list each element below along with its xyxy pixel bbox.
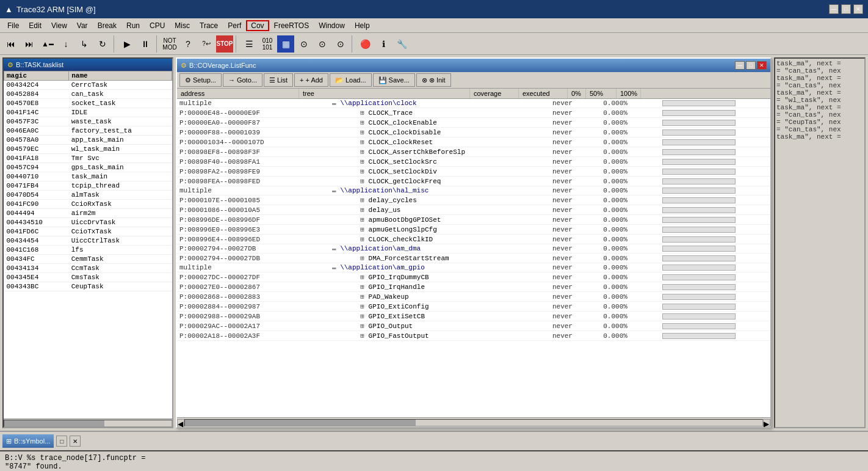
list-button[interactable]: ☰ List: [264, 73, 293, 87]
coverage-close-btn[interactable]: ✕: [757, 61, 767, 70]
menu-perf[interactable]: Perf: [223, 20, 246, 31]
plus-expand-icon[interactable]: ⊞: [360, 129, 368, 136]
plus-expand-icon[interactable]: ⊞: [360, 109, 368, 117]
cov-row[interactable]: P:00002988--000029AB ⊞ GPIO_ExtiSetCB ne…: [177, 312, 770, 321]
task-row[interactable]: 004434510UiccDrvTask: [4, 218, 172, 227]
task-hscrollbar[interactable]: [4, 418, 172, 427]
tb-play[interactable]: ▶: [118, 35, 136, 53]
cov-row[interactable]: P:00002794--000027DB ⊞ DMA_ForceStartStr…: [177, 254, 770, 263]
menu-var[interactable]: Var: [72, 20, 93, 31]
cov-row[interactable]: P:008996E4--008996ED ⊞ CLOCK_checkClkID …: [177, 235, 770, 244]
coverage-minimize-btn[interactable]: —: [735, 61, 745, 70]
task-row[interactable]: 004570E8socket_task: [4, 99, 172, 108]
cov-row[interactable]: P:000027DC--000027DF ⊞ GPIO_IrqDummyCB n…: [177, 272, 770, 282]
task-row[interactable]: 0041FC90CcioRxTask: [4, 200, 172, 209]
cov-row[interactable]: P:0000107E--00001085 ⊞ delay_cycles neve…: [177, 195, 770, 205]
coverage-restore-btn[interactable]: □: [746, 61, 756, 70]
task-scrollbar-thumb[interactable]: [4, 420, 104, 426]
cov-row[interactable]: P:000001034--0000107D ⊞ CLOCK_clockReset…: [177, 137, 770, 147]
tree-expand-icon[interactable]: ▬: [332, 245, 340, 252]
cov-row[interactable]: multiple ▬ \\application\am_gpio never 0…: [177, 263, 770, 272]
task-scrollbar-track[interactable]: [4, 420, 172, 427]
task-row[interactable]: 004578A0app_task_main: [4, 136, 172, 145]
task-row[interactable]: 00434454UiccCtrlTask: [4, 236, 172, 246]
cov-row[interactable]: P:008996DE--008996DF ⊞ apmuBootDbgGPIOSe…: [177, 215, 770, 225]
task-row[interactable]: 0041C168lfs: [4, 246, 172, 255]
task-row[interactable]: 00452884can_task: [4, 90, 172, 99]
plus-expand-icon[interactable]: ⊞: [360, 158, 368, 166]
cov-row[interactable]: P:00000E48--00000E9F ⊞ CLOCK_Trace never…: [177, 108, 770, 118]
task-row[interactable]: 00457C94gps_task_main: [4, 163, 172, 172]
cov-row[interactable]: multiple ▬ \\application\hal_misc never …: [177, 186, 770, 195]
tb-trace1[interactable]: ⊙: [295, 35, 313, 53]
menu-file[interactable]: File: [2, 20, 24, 31]
plus-expand-icon[interactable]: ⊞: [360, 255, 368, 262]
task-panel-content[interactable]: magic name 004342C4CerrcTask00452884can_…: [4, 71, 172, 418]
plus-expand-icon[interactable]: ⊞: [360, 313, 368, 320]
cov-row[interactable]: P:00898FA2--00898FE9 ⊞ CLOCK_setClockDiv…: [177, 167, 770, 177]
coverage-hscrollbar[interactable]: ◀ ▶: [177, 417, 770, 427]
symbol-close-btn[interactable]: ✕: [70, 436, 81, 447]
tree-expand-icon[interactable]: ▬: [332, 264, 340, 271]
menu-window[interactable]: Window: [314, 20, 350, 31]
plus-expand-icon[interactable]: ⊞: [360, 139, 368, 146]
cov-row[interactable]: P:00898EF8--00898F3F ⊞ CLOCK_AssertChkBe…: [177, 147, 770, 157]
cov-row[interactable]: P:00002884--00002987 ⊞ GPIO_ExtiConfig n…: [177, 302, 770, 312]
hscroll-thumb[interactable]: [185, 420, 416, 426]
cov-row[interactable]: P:00002794--00027DB ▬ \\application\am_d…: [177, 244, 770, 254]
plus-expand-icon[interactable]: ⊞: [360, 178, 368, 185]
plus-expand-icon[interactable]: ⊞: [360, 293, 368, 301]
plus-expand-icon[interactable]: ⊞: [360, 119, 368, 126]
coverage-table-wrapper[interactable]: multiple ▬ \\application\clock never 0.0…: [177, 99, 770, 417]
task-row[interactable]: 00457F3Cwaste_task: [4, 117, 172, 126]
add-button[interactable]: + + Add: [294, 73, 328, 87]
task-row[interactable]: 00471FB4tcpip_thread: [4, 181, 172, 191]
task-row[interactable]: 00434FCCemmTask: [4, 255, 172, 264]
coverage-title-controls[interactable]: — □ ✕: [735, 61, 767, 70]
title-bar-controls[interactable]: — □ ✕: [829, 4, 863, 14]
plus-expand-icon[interactable]: ⊞: [360, 274, 368, 281]
tb-coverage-view[interactable]: ▦: [277, 35, 294, 53]
tb-eject[interactable]: ▲▬: [39, 35, 56, 53]
task-row[interactable]: 004342C4CerrcTask: [4, 81, 172, 90]
cov-row[interactable]: P:000029AC--00002A17 ⊞ GPIO_Output never…: [177, 321, 770, 331]
menu-cpu[interactable]: CPU: [145, 20, 170, 31]
cov-row[interactable]: P:00898F40--00898FA1 ⊞ CLOCK_setClockSrc…: [177, 157, 770, 167]
task-row[interactable]: 00440710task_main: [4, 172, 172, 181]
load-button[interactable]: 📂 Load...: [330, 73, 372, 87]
tb-stop[interactable]: STOP: [216, 35, 233, 53]
cov-row[interactable]: P:00898FEA--00898FED ⊞ CLOCK_getClockFre…: [177, 177, 770, 186]
tb-step-over[interactable]: ↳: [76, 35, 93, 53]
menu-freertos[interactable]: FreeRTOS: [269, 20, 314, 31]
tb-record[interactable]: 🔴: [356, 35, 374, 53]
cov-row[interactable]: P:00002A18--00002A3F ⊞ GPIO_FastOutput n…: [177, 331, 770, 341]
tb-list[interactable]: ☰: [241, 35, 258, 53]
tree-expand-icon[interactable]: ▬: [332, 187, 340, 194]
menu-edit[interactable]: Edit: [24, 20, 46, 31]
tb-not[interactable]: NOTMOD: [161, 35, 178, 53]
plus-expand-icon[interactable]: ⊞: [360, 332, 368, 340]
plus-expand-icon[interactable]: ⊞: [360, 226, 368, 233]
cov-row[interactable]: multiple ▬ \\application\clock never 0.0…: [177, 99, 770, 108]
plus-expand-icon[interactable]: ⊞: [360, 283, 368, 291]
menu-view[interactable]: View: [46, 20, 72, 31]
tree-expand-icon[interactable]: ▬: [332, 100, 340, 107]
menu-help[interactable]: Help: [350, 20, 375, 31]
plus-expand-icon[interactable]: ⊞: [360, 148, 368, 156]
cov-row[interactable]: P:008996E0--008996E3 ⊞ apmuGetLongSlpCfg…: [177, 225, 770, 235]
tb-trace2[interactable]: ⊙: [314, 35, 331, 53]
cov-row[interactable]: P:00000EA0--00000F87 ⊞ CLOCK_clockEnable…: [177, 118, 770, 128]
init-button[interactable]: ⊗ ⊗ Init: [416, 73, 451, 87]
tb-pause[interactable]: ⏸: [137, 35, 154, 53]
task-row[interactable]: 004345E4CmsTask: [4, 273, 172, 282]
task-row[interactable]: 004579ECwl_task_main: [4, 145, 172, 154]
cov-row[interactable]: P:00002868--00002883 ⊞ PAD_Wakeup never …: [177, 292, 770, 302]
plus-expand-icon[interactable]: ⊞: [360, 168, 368, 175]
task-row[interactable]: 0041F14CIDLE: [4, 108, 172, 117]
tb-help2[interactable]: ?↩: [198, 35, 215, 53]
menu-misc[interactable]: Misc: [170, 20, 195, 31]
task-row[interactable]: 0041FA18Tmr Svc: [4, 154, 172, 163]
hscroll-left-btn[interactable]: ◀: [177, 419, 184, 426]
cov-row[interactable]: P:00000F88--00001039 ⊞ CLOCK_clockDisabl…: [177, 128, 770, 137]
plus-expand-icon[interactable]: ⊞: [360, 236, 368, 243]
